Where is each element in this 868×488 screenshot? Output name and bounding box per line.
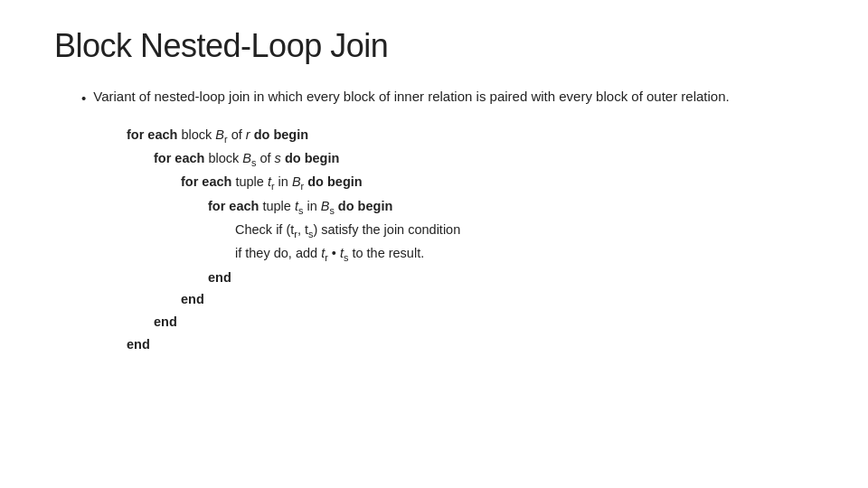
bullet-dot: • (81, 89, 86, 109)
code-line-1: for each block Br of r do begin (127, 124, 823, 147)
kw-for-each-1: for each (127, 127, 177, 142)
bullet-text: Variant of nested-loop join in which eve… (93, 87, 729, 108)
code-line-2: for each block Bs of s do begin (154, 147, 823, 171)
bullet-section: • Variant of nested-loop join in which e… (81, 87, 823, 355)
code-line-6: if they do, add tr • ts to the result. (235, 242, 823, 266)
code-line-end1: end (208, 267, 823, 289)
code-line-end4: end (127, 333, 823, 356)
code-line-5: Check if (tr, ts) satisfy the join condi… (235, 219, 823, 242)
bullet-item: • Variant of nested-loop join in which e… (81, 87, 823, 109)
code-line-3: for each tuple tr in Br do begin (181, 171, 823, 194)
code-line-4: for each tuple ts in Bs do begin (208, 195, 823, 219)
code-line-end3: end (154, 311, 823, 333)
slide-title: Block Nested-Loop Join (54, 27, 823, 65)
code-block: for each block Br of r do begin for each… (127, 124, 823, 356)
code-line-end2: end (181, 288, 823, 311)
